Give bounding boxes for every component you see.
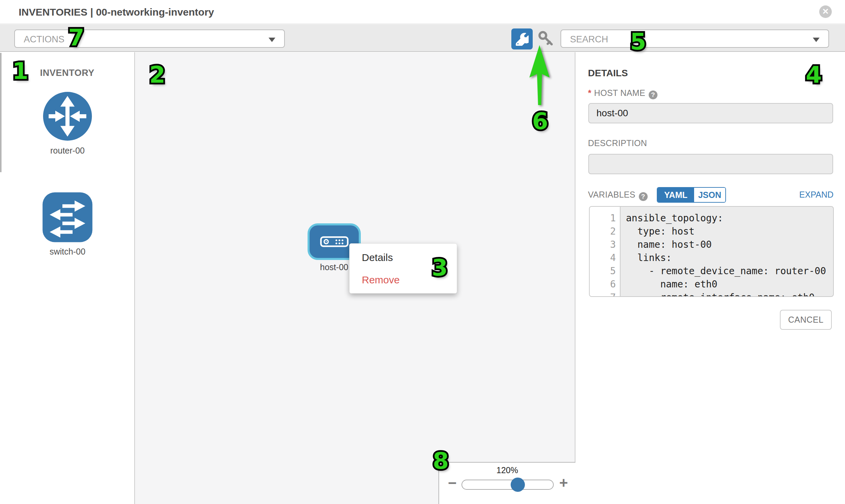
zoom-control-panel: 120% − + <box>438 462 576 504</box>
tools-button[interactable] <box>511 29 533 50</box>
host-name-input[interactable] <box>588 103 833 123</box>
key-button[interactable] <box>536 30 556 49</box>
menu-item-details[interactable]: Details <box>362 252 393 263</box>
toolbar: ACTIONS SEARCH <box>0 24 845 52</box>
help-icon[interactable]: ? <box>639 192 648 201</box>
description-input[interactable] <box>588 154 833 174</box>
zoom-in-button[interactable]: + <box>559 475 568 490</box>
search-dropdown-label: SEARCH <box>570 34 608 45</box>
inventory-topology-page: INVENTORIES | 00-networking-inventory ✕ … <box>0 0 845 504</box>
variables-label: VARIABLES? <box>588 190 648 201</box>
line-number: 7 <box>590 291 620 297</box>
required-marker: * <box>588 88 592 97</box>
zoom-slider-thumb[interactable] <box>511 478 525 492</box>
code-line: - remote_device_name: router-00 <box>626 264 833 277</box>
palette-item-switch[interactable]: switch-00 <box>42 192 93 256</box>
code-line: remote_interface_name: eth0 <box>626 291 833 297</box>
chevron-down-icon <box>268 38 275 42</box>
code-line: ansible_topology: <box>626 212 833 225</box>
actions-dropdown-label: ACTIONS <box>24 34 65 45</box>
code-line: name: eth0 <box>626 277 833 291</box>
page-header: INVENTORIES | 00-networking-inventory ✕ <box>0 0 845 24</box>
variables-code-editor[interactable]: 1 2 3 4 5 6 7 ansible_topology: type: ho… <box>589 206 834 297</box>
tab-json[interactable]: JSON <box>694 188 725 202</box>
palette-item-label: router-00 <box>42 146 93 156</box>
editor-code-area[interactable]: ansible_topology: type: host name: host-… <box>620 207 833 296</box>
zoom-level-value: 120% <box>439 465 576 475</box>
router-icon <box>42 91 93 142</box>
tab-yaml[interactable]: YAML <box>657 188 694 202</box>
details-heading: DETAILS <box>588 68 628 79</box>
node-context-menu: Details Remove <box>349 244 457 293</box>
topology-canvas[interactable]: host-00 Details Remove 120% − + <box>135 52 576 504</box>
inventory-sidebar: INVENTORY router-00 <box>0 52 135 504</box>
code-line: type: host <box>626 225 833 238</box>
host-name-label-text: HOST NAME <box>594 88 645 97</box>
palette-item-router[interactable]: router-00 <box>42 91 93 156</box>
code-line: name: host-00 <box>626 238 833 251</box>
chevron-down-icon <box>813 38 820 42</box>
line-number: 2 <box>590 225 620 238</box>
key-icon <box>537 30 555 48</box>
line-number: 3 <box>590 238 620 251</box>
wrench-icon <box>516 33 529 46</box>
page-title: INVENTORIES | 00-networking-inventory <box>19 6 214 18</box>
expand-link[interactable]: EXPAND <box>799 190 833 200</box>
search-dropdown[interactable]: SEARCH <box>561 30 829 48</box>
menu-item-remove[interactable]: Remove <box>362 274 400 286</box>
editor-line-numbers: 1 2 3 4 5 6 7 <box>590 207 620 296</box>
inventory-heading: INVENTORY <box>40 68 94 78</box>
palette-item-label: switch-00 <box>42 247 93 256</box>
close-icon[interactable]: ✕ <box>819 5 832 18</box>
cancel-button[interactable]: CANCEL <box>780 310 832 330</box>
details-panel: DETAILS *HOST NAME? DESCRIPTION VARIABLE… <box>577 52 845 504</box>
host-name-label: *HOST NAME? <box>588 88 657 99</box>
format-toggle: YAML JSON <box>657 187 726 203</box>
line-number: 4 <box>590 251 620 264</box>
description-label: DESCRIPTION <box>588 138 647 148</box>
variables-row: VARIABLES? YAML JSON EXPAND <box>588 187 833 203</box>
switch-icon <box>42 192 93 243</box>
line-number: 6 <box>590 277 620 291</box>
line-number: 5 <box>590 264 620 277</box>
host-icon <box>320 236 349 247</box>
line-number: 1 <box>590 212 620 225</box>
zoom-slider-track[interactable] <box>461 480 554 490</box>
zoom-out-button[interactable]: − <box>448 475 457 490</box>
actions-dropdown[interactable]: ACTIONS <box>14 30 285 48</box>
help-icon[interactable]: ? <box>649 90 657 99</box>
sidebar-scrollbar[interactable] <box>0 53 1 172</box>
code-line: links: <box>626 251 833 264</box>
